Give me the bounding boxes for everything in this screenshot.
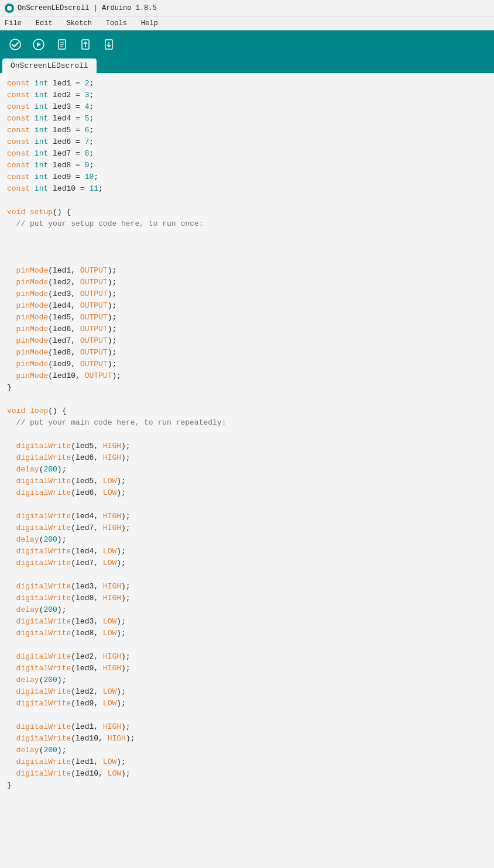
svg-point-0 [10, 39, 20, 50]
new-button[interactable] [52, 34, 73, 55]
tab-bar: OnScreenLEDscroll [0, 58, 494, 73]
upload-button[interactable] [28, 34, 49, 55]
menu-sketch[interactable]: Sketch [64, 18, 94, 29]
save-button[interactable] [98, 34, 119, 55]
toolbar [0, 30, 494, 58]
menu-file[interactable]: File [2, 18, 24, 29]
menu-edit[interactable]: Edit [33, 18, 55, 29]
title-bar: OnScreenLEDscroll | Arduino 1.8.5 [0, 0, 494, 16]
verify-button[interactable] [5, 34, 26, 55]
open-button[interactable] [75, 34, 96, 55]
menu-tools[interactable]: Tools [104, 18, 129, 29]
window-title: OnScreenLEDscroll | Arduino 1.8.5 [18, 4, 157, 12]
app-logo [5, 4, 14, 13]
menu-help[interactable]: Help [139, 18, 160, 29]
menu-bar: File Edit Sketch Tools Help [0, 16, 494, 30]
tab-main[interactable]: OnScreenLEDscroll [2, 58, 97, 73]
code-editor[interactable]: const int led1 = 2; const int led2 = 3; … [0, 73, 494, 796]
